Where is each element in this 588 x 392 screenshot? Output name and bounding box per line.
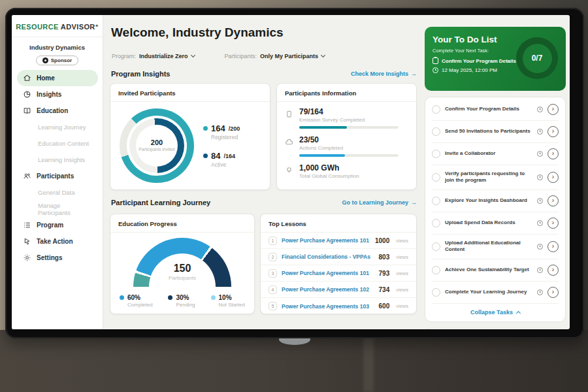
sidebar-item-learning-insights[interactable]: Learning Insights — [17, 152, 98, 168]
clock-icon — [537, 106, 543, 112]
task-row[interactable]: Complete Your Learning Journey › — [432, 282, 559, 304]
lesson-rank: 1 — [269, 237, 277, 245]
clock-icon — [537, 198, 543, 204]
organization-name: Industry Dynamics — [12, 44, 103, 51]
sidebar-item-take-action[interactable]: Take Action — [17, 233, 98, 250]
lesson-rank: 5 — [269, 302, 277, 310]
task-checkbox[interactable] — [432, 173, 440, 182]
legend-label: Not Started — [219, 302, 245, 308]
views-suffix: views — [396, 238, 408, 244]
sidebar-item-education[interactable]: Education — [17, 103, 98, 119]
donut-inner-ring: 200 Participants Invited — [129, 118, 184, 173]
task-label: Send 50 Invitations to Participants — [445, 128, 532, 135]
task-checkbox[interactable] — [432, 105, 440, 114]
recent-news-card: Recent News — [425, 328, 566, 329]
legend-dot — [168, 295, 172, 300]
sidebar: RESOURCE ADVISOR+ Industry Dynamics Spon… — [12, 15, 103, 329]
task-checkbox[interactable] — [432, 242, 440, 251]
task-label: Verify participants requesting to join t… — [445, 171, 532, 184]
logo-plus: + — [95, 23, 99, 29]
task-open-button[interactable]: › — [547, 104, 559, 115]
legend-dot — [211, 295, 216, 300]
task-checkbox[interactable] — [432, 266, 440, 274]
task-open-button[interactable]: › — [547, 148, 559, 159]
task-row[interactable]: Confirm Your Program Details › — [432, 99, 559, 121]
task-open-button[interactable]: › — [547, 195, 559, 206]
task-open-button[interactable]: › — [547, 287, 559, 298]
sidebar-item-settings[interactable]: Settings — [17, 250, 98, 266]
lesson-link[interactable]: Power Purchase Agreements 101 — [282, 237, 370, 244]
task-row[interactable]: Upload Additional Educational Content › — [432, 235, 559, 259]
lesson-row: 3 Power Purchase Agreements 101 793views — [261, 265, 416, 282]
task-row[interactable]: Explore Your Insights Dashboard › — [432, 190, 559, 212]
views-suffix: views — [396, 254, 408, 260]
task-checkbox[interactable] — [432, 150, 440, 158]
task-checkbox[interactable] — [432, 219, 440, 227]
metric-label: Emission Survey Completed — [299, 117, 399, 123]
lesson-row: 1 Power Purchase Agreements 101 1000view… — [261, 233, 416, 249]
metric-value: 79/164 — [299, 107, 399, 116]
lesson-rank: 4 — [269, 286, 277, 294]
participants-dropdown[interactable]: Participants: Only My Participants — [225, 53, 325, 59]
invited-donut-chart: 200 Participants Invited — [120, 108, 194, 183]
task-open-button[interactable]: › — [547, 218, 559, 229]
lesson-rank: 3 — [269, 269, 277, 278]
task-open-button[interactable]: › — [547, 126, 559, 137]
todo-next-task: Confirm Your Program Details — [442, 58, 516, 64]
task-row[interactable]: Achieve One Sustainability Target › — [432, 259, 559, 282]
sidebar-item-label: Education Content — [38, 140, 89, 147]
sidebar-item-learning-journey[interactable]: Learning Journey — [17, 119, 98, 135]
app-logo[interactable]: RESOURCE ADVISOR+ — [12, 15, 103, 31]
task-open-button[interactable]: › — [547, 241, 559, 252]
sidebar-item-insights[interactable]: Insights — [17, 86, 98, 103]
lesson-link[interactable]: Power Purchase Agreements 101 — [282, 270, 374, 276]
legend-item-registered: 164/200 Registered — [203, 123, 240, 140]
sidebar-item-home[interactable]: Home — [17, 70, 98, 86]
program-dropdown[interactable]: Program: Industrialize Zero — [112, 53, 195, 59]
task-open-button[interactable]: › — [547, 265, 559, 276]
participants-dropdown-value: Only My Participants — [260, 53, 318, 59]
sidebar-item-participants[interactable]: Participants — [17, 168, 98, 184]
task-checkbox[interactable] — [432, 288, 440, 297]
sidebar-item-program[interactable]: Program — [17, 217, 98, 233]
gauge-center: 150 Participants — [133, 263, 231, 281]
sidebar-nav: Home Insights Education Learning Journey — [17, 70, 98, 266]
filter-bar: Program: Industrialize Zero Participants… — [112, 53, 325, 59]
sidebar-item-education-content[interactable]: Education Content — [17, 135, 98, 152]
legend-dot — [203, 154, 208, 158]
program-dropdown-value: Industrialize Zero — [139, 53, 188, 59]
task-row[interactable]: Invite a Collaborator › — [432, 143, 559, 165]
lesson-link[interactable]: Financial Considerations - VPPAs — [282, 253, 374, 260]
clock-icon — [537, 267, 543, 273]
consumption-icon — [285, 165, 293, 174]
donut-center-value: 200 — [151, 139, 163, 146]
chevron-down-icon — [190, 53, 195, 57]
go-to-learning-journey-link[interactable]: Go to Learning Journey→ — [111, 199, 417, 206]
sidebar-item-general-data[interactable]: General Data — [17, 184, 98, 201]
lesson-link[interactable]: Power Purchase Agreements 102 — [282, 286, 374, 293]
lesson-rank: 2 — [269, 253, 277, 261]
todo-progress-ring: 0/7 — [516, 37, 558, 79]
task-checkbox[interactable] — [432, 127, 440, 136]
card-title: Education Progress — [110, 214, 254, 233]
task-row[interactable]: Verify participants requesting to join t… — [432, 165, 559, 190]
task-checkbox[interactable] — [432, 197, 440, 205]
task-row[interactable]: Send 50 Invitations to Participants › — [432, 121, 559, 143]
top-lessons-card: Top Lessons 1 Power Purchase Agreements … — [260, 214, 417, 314]
check-more-insights-link[interactable]: Check More Insights→ — [111, 71, 417, 77]
arrow-right-icon: → — [411, 199, 417, 206]
sidebar-item-label: Insights — [37, 91, 61, 98]
settings-icon — [23, 253, 31, 262]
home-icon — [23, 74, 31, 82]
task-row[interactable]: Upload Spend Data Records › — [432, 212, 559, 235]
lesson-views: 734 — [379, 286, 390, 293]
sidebar-item-manage-participants[interactable]: Manage Participants — [17, 201, 98, 217]
task-open-button[interactable]: › — [547, 172, 559, 183]
lesson-link[interactable]: Power Purchase Agreements 103 — [282, 303, 374, 310]
card-title: Invited Participants — [110, 84, 270, 102]
progress-bar-fill — [299, 154, 345, 157]
collapse-tasks-link[interactable]: Collapse Tasks — [432, 304, 559, 320]
legend-dot — [120, 295, 124, 300]
sidebar-item-label: Home — [37, 74, 55, 82]
sponsor-badge[interactable]: Sponsor — [36, 56, 78, 65]
